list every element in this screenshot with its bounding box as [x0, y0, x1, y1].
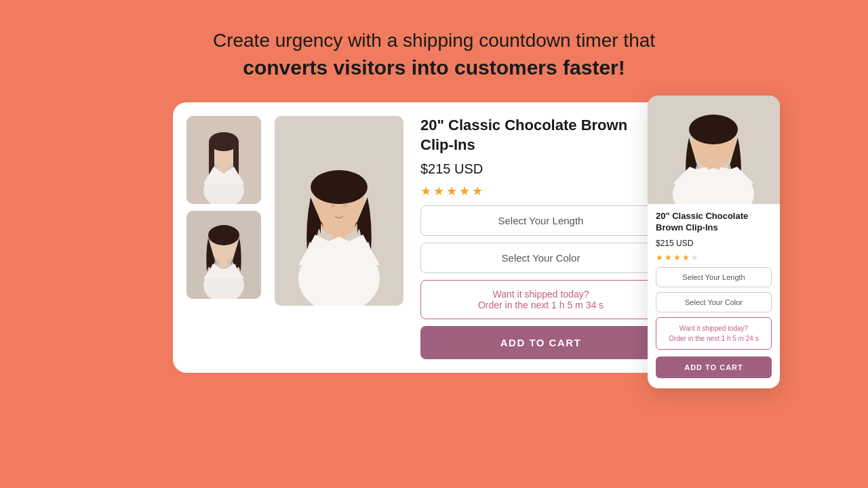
- svg-point-18: [343, 203, 347, 208]
- desktop-card: 20" Classic Chocolate Brown Clip-Ins $21…: [173, 102, 675, 373]
- svg-point-16: [311, 170, 368, 204]
- mobile-star-2: ★: [665, 253, 672, 262]
- svg-point-17: [331, 203, 335, 208]
- star-4: ★: [459, 184, 470, 199]
- mobile-product-price: $215 USD: [656, 239, 772, 248]
- product-image-column: [275, 116, 403, 359]
- headline-line1: Create urgency with a shipping countdown…: [213, 27, 655, 54]
- desktop-product-price: $215 USD: [420, 161, 661, 177]
- mobile-product-title: 20" Classic Chocolate Brown Clip-Ins: [656, 211, 772, 234]
- star-1: ★: [420, 184, 431, 199]
- mobile-select-color-button[interactable]: Select Your Color: [656, 292, 772, 312]
- svg-point-23: [689, 115, 738, 144]
- desktop-select-length-button[interactable]: Select Your Length: [420, 205, 661, 236]
- headline-section: Create urgency with a shipping countdown…: [199, 0, 669, 102]
- product-main-image: [275, 116, 403, 306]
- mobile-urgency-box: Want it shipped today? Order in the next…: [656, 317, 772, 350]
- thumbnail-2[interactable]: [186, 211, 261, 299]
- desktop-urgency-box: Want it shipped today? Order in the next…: [420, 280, 661, 319]
- mobile-star-1: ★: [656, 253, 663, 262]
- desktop-product-title: 20" Classic Chocolate Brown Clip-Ins: [420, 116, 661, 155]
- thumbnails-column: [186, 116, 261, 359]
- desktop-add-to-cart-button[interactable]: ADD TO CART: [420, 326, 661, 359]
- mobile-add-to-cart-button[interactable]: ADD TO CART: [656, 357, 772, 378]
- mobile-urgency-line2: Order in the next 1 h 5 m 24 s: [663, 333, 764, 344]
- desktop-select-color-button[interactable]: Select Your Color: [420, 243, 661, 273]
- mobile-card: 20" Classic Chocolate Brown Clip-Ins $21…: [648, 96, 780, 388]
- mobile-star-3: ★: [673, 253, 681, 262]
- headline-line2: converts visitors into customers faster!: [213, 54, 655, 82]
- mobile-select-length-button[interactable]: Select Your Length: [656, 267, 772, 287]
- mobile-urgency-line1: Want it shipped today?: [663, 323, 764, 333]
- star-2: ★: [433, 184, 444, 199]
- desktop-stars: ★ ★ ★ ★ ★: [420, 184, 661, 199]
- star-3: ★: [446, 184, 457, 199]
- thumbnail-1[interactable]: [186, 116, 261, 204]
- mobile-product-image: [648, 96, 780, 204]
- main-area: 20" Classic Chocolate Brown Clip-Ins $21…: [0, 102, 868, 373]
- svg-point-11: [208, 225, 239, 245]
- product-details: 20" Classic Chocolate Brown Clip-Ins $21…: [417, 116, 661, 359]
- mobile-star-5: ★: [691, 253, 698, 262]
- mobile-star-4: ★: [682, 253, 690, 262]
- desktop-urgency-line1: Want it shipped today?: [431, 289, 650, 300]
- desktop-urgency-line2: Order in the next 1 h 5 m 34 s: [431, 300, 650, 310]
- star-5: ★: [472, 184, 483, 199]
- mobile-stars: ★ ★ ★ ★ ★: [656, 253, 772, 262]
- mobile-content: 20" Classic Chocolate Brown Clip-Ins $21…: [648, 204, 780, 378]
